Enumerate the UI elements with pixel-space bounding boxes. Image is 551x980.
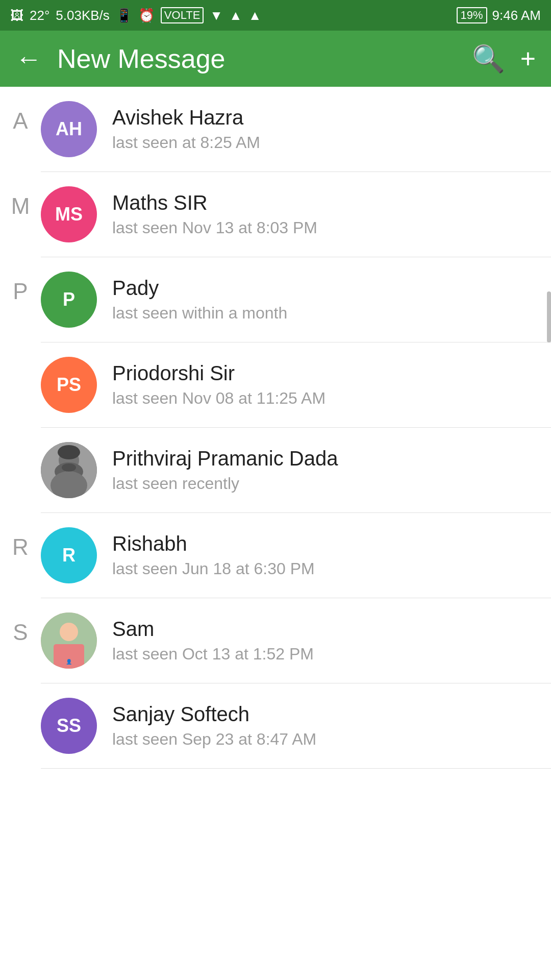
contact-status: last seen Oct 13 at 1:52 PM — [112, 645, 536, 664]
add-button[interactable]: + — [520, 43, 536, 74]
back-button[interactable]: ← — [15, 43, 42, 74]
contact-status: last seen Nov 08 at 11:25 AM — [112, 389, 536, 408]
scrollbar[interactable] — [547, 291, 551, 342]
list-item[interactable]: AHAvishek Hazralast seen at 8:25 AM — [41, 87, 551, 172]
section-letter-p: P — [0, 257, 41, 513]
section-letter-m: M — [0, 172, 41, 257]
section-letter-label: P — [13, 279, 28, 304]
group-s: S 👤 Samlast seen Oct 13 at 1:52 PMSSSanj… — [0, 598, 551, 769]
avatar: PS — [41, 357, 97, 413]
network-speed: 5.03KB/s — [56, 8, 110, 23]
group-m: MMSMaths SIRlast seen Nov 13 at 8:03 PM — [0, 172, 551, 257]
contact-name: Pady — [112, 277, 536, 300]
phone-icon: 📱 — [116, 8, 132, 23]
signal2-icon: ▲ — [248, 8, 262, 23]
group-p: PPPadylast seen within a monthPSPriodors… — [0, 257, 551, 513]
group-contacts: MSMaths SIRlast seen Nov 13 at 8:03 PM — [41, 172, 551, 257]
contact-info: Sanjay Softechlast seen Sep 23 at 8:47 A… — [112, 703, 536, 749]
section-letter-r: R — [0, 513, 41, 598]
list-item[interactable]: 👤 Samlast seen Oct 13 at 1:52 PM — [41, 598, 551, 683]
avatar: P — [41, 272, 97, 328]
time: 9:46 AM — [492, 8, 541, 23]
avatar: R — [41, 527, 97, 583]
list-item[interactable]: PSPriodorshi Sirlast seen Nov 08 at 11:2… — [41, 342, 551, 428]
list-item[interactable]: PPadylast seen within a month — [41, 257, 551, 342]
alarm-icon: ⏰ — [138, 8, 155, 23]
status-bar-right: 19% 9:46 AM — [457, 7, 541, 23]
contact-info: Padylast seen within a month — [112, 277, 536, 323]
list-item[interactable]: RRishabhlast seen Jun 18 at 6:30 PM — [41, 513, 551, 598]
svg-point-4 — [58, 445, 80, 459]
contact-info: Samlast seen Oct 13 at 1:52 PM — [112, 618, 536, 664]
wifi-icon: ▼ — [210, 8, 223, 23]
svg-rect-8 — [54, 644, 84, 669]
contact-status: last seen Nov 13 at 8:03 PM — [112, 218, 536, 237]
contact-status: last seen Jun 18 at 6:30 PM — [112, 559, 536, 578]
signal-icon: ▲ — [229, 8, 242, 23]
group-contacts: AHAvishek Hazralast seen at 8:25 AM — [41, 87, 551, 172]
contact-list: AAHAvishek Hazralast seen at 8:25 AMMMSM… — [0, 87, 551, 769]
photo-icon: 🖼 — [10, 8, 23, 23]
svg-point-5 — [62, 463, 76, 472]
avatar: 👤 — [41, 612, 97, 669]
avatar — [41, 442, 97, 498]
status-bar: 🖼 22° 5.03KB/s 📱 ⏰ VOLTE ▼ ▲ ▲ 19% 9:46 … — [0, 0, 551, 31]
list-item[interactable]: MSMaths SIRlast seen Nov 13 at 8:03 PM — [41, 172, 551, 257]
app-bar: ← New Message 🔍 + — [0, 31, 551, 87]
contact-name: Sam — [112, 618, 536, 641]
status-bar-left: 🖼 22° 5.03KB/s 📱 ⏰ VOLTE ▼ ▲ ▲ — [10, 7, 262, 23]
svg-point-7 — [60, 623, 78, 641]
list-item[interactable]: SSSanjay Softechlast seen Sep 23 at 8:47… — [41, 683, 551, 769]
contact-info: Maths SIRlast seen Nov 13 at 8:03 PM — [112, 191, 536, 237]
avatar: MS — [41, 186, 97, 242]
svg-text:👤: 👤 — [66, 658, 72, 665]
contact-status: last seen recently — [112, 474, 536, 493]
page-title: New Message — [57, 43, 457, 74]
section-letter-label: A — [13, 108, 28, 134]
contact-info: Priodorshi Sirlast seen Nov 08 at 11:25 … — [112, 362, 536, 408]
group-a: AAHAvishek Hazralast seen at 8:25 AM — [0, 87, 551, 172]
contact-status: last seen Sep 23 at 8:47 AM — [112, 730, 536, 749]
contact-name: Maths SIR — [112, 191, 536, 214]
group-contacts: 👤 Samlast seen Oct 13 at 1:52 PMSSSanjay… — [41, 598, 551, 769]
battery-indicator: 19% — [457, 7, 487, 23]
avatar: SS — [41, 698, 97, 754]
contact-name: Priodorshi Sir — [112, 362, 536, 385]
group-contacts: RRishabhlast seen Jun 18 at 6:30 PM — [41, 513, 551, 598]
section-letter-a: A — [0, 87, 41, 172]
contact-info: Rishabhlast seen Jun 18 at 6:30 PM — [112, 532, 536, 578]
contact-info: Prithviraj Pramanic Dadalast seen recent… — [112, 447, 536, 493]
contact-info: Avishek Hazralast seen at 8:25 AM — [112, 106, 536, 152]
section-letter-label: R — [12, 534, 29, 560]
contact-name: Avishek Hazra — [112, 106, 536, 129]
section-letter-label: S — [13, 620, 28, 645]
search-button[interactable]: 🔍 — [472, 43, 505, 75]
contact-name: Sanjay Softech — [112, 703, 536, 726]
temperature: 22° — [30, 8, 49, 23]
contact-status: last seen at 8:25 AM — [112, 133, 536, 152]
volte-badge: VOLTE — [161, 7, 204, 23]
avatar: AH — [41, 101, 97, 157]
group-contacts: PPadylast seen within a monthPSPriodorsh… — [41, 257, 551, 513]
contact-name: Rishabh — [112, 532, 536, 555]
section-letter-s: S — [0, 598, 41, 769]
list-item[interactable]: Prithviraj Pramanic Dadalast seen recent… — [41, 428, 551, 513]
contact-name: Prithviraj Pramanic Dada — [112, 447, 536, 470]
contact-status: last seen within a month — [112, 304, 536, 323]
group-r: RRRishabhlast seen Jun 18 at 6:30 PM — [0, 513, 551, 598]
section-letter-label: M — [11, 193, 30, 219]
